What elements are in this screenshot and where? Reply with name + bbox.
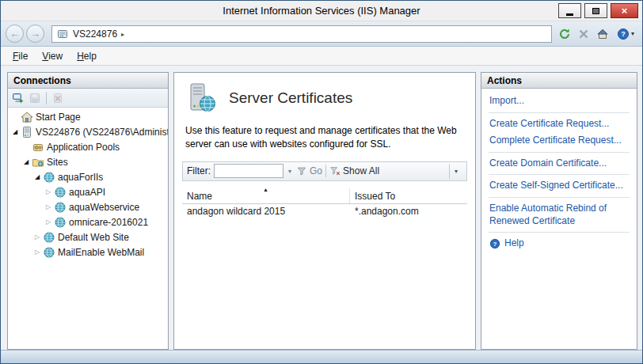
tree-item-label: Default Web Site [58,232,129,243]
tree-item-application-pools[interactable]: Application Pools [8,139,168,154]
menu-view[interactable]: View [35,48,70,64]
tree-item-default-web-site[interactable]: ▷Default Web Site [8,229,168,245]
globe-icon [54,186,67,199]
menu-help[interactable]: Help [70,48,104,64]
action-label: Create Certificate Request... [489,118,609,131]
breadcrumb-arrow-icon[interactable]: ▸ [121,31,124,38]
back-button[interactable]: ← [6,25,24,43]
go-label: Go [310,165,322,176]
tree-item-label: omnicare-2016021 [69,217,148,228]
save-icon [29,92,41,104]
home-icon [596,28,609,40]
tree-collapsed-icon[interactable]: ▷ [32,234,42,241]
tree-collapsed-icon[interactable]: ▷ [44,219,53,226]
sort-ascending-icon: ▲ [263,188,268,192]
tree-expanded-icon[interactable]: ◢ [21,159,31,165]
refresh-button[interactable] [557,26,573,42]
sites-icon [32,156,44,169]
title-bar[interactable]: Internet Information Services (IIS) Mana… [1,1,642,21]
tree-collapsed-icon[interactable]: ▷ [44,204,53,210]
action-label: Complete Certificate Request... [489,135,622,147]
close-button[interactable]: × [611,3,638,18]
breadcrumb[interactable]: VS224876 ▸ [51,25,552,43]
menu-file[interactable]: File [6,48,35,64]
globe-icon [54,216,67,229]
action-create-certificate-request[interactable]: Create Certificate Request... [481,116,637,133]
globe-icon [43,231,55,244]
breadcrumb-server[interactable]: VS224876 [73,28,117,40]
connections-tree: Start Page◢VS224876 (VS224876\AdministAp… [8,108,168,349]
tree-collapsed-icon[interactable]: ▷ [44,189,53,195]
go-button[interactable]: Go [296,165,322,176]
window-controls: × [558,3,638,18]
tree-item-aquawebservice[interactable]: ▷aquaWebservice [8,199,168,214]
action-label: Enable Automatic Rebind of Renewed Certi… [489,203,629,227]
action-label: Import... [489,95,524,108]
pools-icon [32,141,44,154]
actions-separator [489,174,630,175]
connections-header: Connections [8,73,168,89]
action-enable-automatic-rebind-of-renewed-certificate[interactable]: Enable Automatic Rebind of Renewed Certi… [481,200,637,229]
stop-button[interactable] [576,26,592,42]
feature-header: Server Certificates [174,73,475,114]
action-create-domain-certificate[interactable]: Create Domain Certificate... [481,155,637,173]
certificates-list: Name▲Issued To andagon wildcard 2015*.an… [182,188,467,349]
show-all-button[interactable]: Show All [329,165,379,176]
tree-item-label: MailEnable WebMail [58,247,144,258]
tree-item-start-page[interactable]: Start Page [8,109,168,124]
maximize-button[interactable] [584,3,607,18]
filter-history-dropdown[interactable]: ▾ [287,168,293,175]
filter-separator [325,165,326,177]
certificate-row[interactable]: andagon wildcard 2015*.andagon.com [182,204,467,219]
maximize-icon [592,8,599,14]
address-bar-buttons: ? ▾ [557,26,637,42]
action-import[interactable]: Import... [481,93,637,110]
cell-issued-to: *.andagon.com [350,204,467,219]
iis-manager-window: Internet Information Services (IIS) Mana… [0,0,643,364]
action-label: Create Domain Certificate... [489,157,607,170]
tree-item-label: Application Pools [47,142,120,153]
minimize-button[interactable] [558,3,581,18]
column-header-issued-to[interactable]: Issued To [350,188,467,203]
action-help[interactable]: ?Help [481,235,637,252]
tree-item-vs224876-vs224876-administ[interactable]: ◢VS224876 (VS224876\Administ [8,124,168,139]
tree-expanded-icon[interactable]: ◢ [32,174,42,180]
globe-icon [54,201,67,214]
show-all-label: Show All [343,165,379,176]
stop-icon [577,28,590,40]
tree-item-mailenable-webmail[interactable]: ▷MailEnable WebMail [8,245,168,260]
tree-collapsed-icon[interactable]: ▷ [32,249,42,256]
delete-connection-button[interactable] [51,91,65,105]
forward-button[interactable]: → [26,25,44,43]
tree-expanded-icon[interactable]: ◢ [10,129,20,135]
column-header-label: Issued To [355,191,395,202]
home-button[interactable] [595,26,611,42]
tree-item-sites[interactable]: ◢Sites [8,154,168,169]
column-header-name[interactable]: Name▲ [182,188,350,203]
server-icon [56,28,69,40]
action-label: Create Self-Signed Certificate... [489,180,623,192]
help-button[interactable]: ? ▾ [614,26,637,42]
server-icon [21,126,33,138]
connections-panel: Connections Start Page◢VS224876 (VS22487… [7,72,169,350]
action-complete-certificate-request[interactable]: Complete Certificate Request... [481,132,637,150]
tree-item-label: aquaWebservice [69,202,139,213]
tree-item-omnicare-2016021[interactable]: ▷omnicare-2016021 [8,214,168,229]
tree-item-aquaapi[interactable]: ▷aquaAPI [8,184,168,199]
show-all-icon [329,165,341,176]
list-header: Name▲Issued To [182,188,467,204]
create-connection-button[interactable] [11,91,25,105]
tree-item-aquaforiis[interactable]: ◢aquaForIIs [8,169,168,184]
save-connections-button[interactable] [28,91,42,105]
page-title: Server Certificates [229,89,352,107]
back-icon: ← [10,28,20,40]
connections-toolbar [8,89,168,108]
feature-description: Use this feature to request and manage c… [185,124,462,152]
status-bar [1,350,642,363]
filter-label: Filter: [187,165,211,176]
action-create-self-signed-certificate[interactable]: Create Self-Signed Certificate... [481,177,637,195]
group-by-dropdown[interactable]: ▾ [449,164,462,179]
cell-name: andagon wildcard 2015 [182,204,350,219]
filter-input[interactable] [214,164,283,178]
tree-item-label: Start Page [36,112,81,123]
